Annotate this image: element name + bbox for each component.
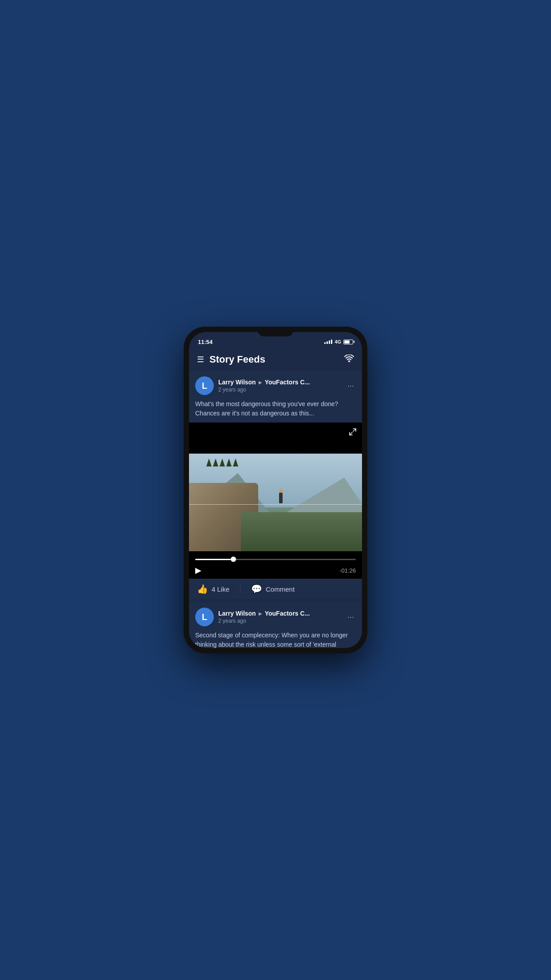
battery-indicator xyxy=(343,340,353,344)
trees xyxy=(206,458,238,466)
video-container[interactable]: ▶ -01:26 xyxy=(189,423,362,579)
post-arrow-icon-2: ▶ xyxy=(259,611,262,616)
tree xyxy=(220,458,225,466)
post-header-2: L Larry Wilson ▶ YouFactors C... 2 years… xyxy=(189,602,362,631)
post-more-button[interactable]: ··· xyxy=(346,379,356,392)
post-card-2: L Larry Wilson ▶ YouFactors C... 2 years… xyxy=(189,602,362,648)
signal-bars xyxy=(324,340,332,344)
feed-content: L Larry Wilson ▶ YouFactors C... 2 years… xyxy=(189,371,362,648)
menu-icon[interactable]: ☰ xyxy=(197,355,204,364)
post-header-left: L Larry Wilson ▶ YouFactors C... 2 years… xyxy=(195,376,310,395)
tree xyxy=(233,458,238,466)
reactions-bar: 👍 4 Like 💬 Comment xyxy=(189,579,362,599)
tree xyxy=(213,458,218,466)
video-thumbnail[interactable] xyxy=(189,454,362,551)
person-head xyxy=(279,489,283,493)
battery-fill xyxy=(344,340,350,344)
comment-button[interactable]: 💬 Comment xyxy=(251,584,295,594)
reaction-divider xyxy=(240,585,240,593)
header-left: ☰ Story Feeds xyxy=(197,354,265,365)
svg-point-0 xyxy=(348,360,350,362)
post-time-2: 2 years ago xyxy=(218,618,310,624)
post-author-name-2: Larry Wilson xyxy=(218,610,256,617)
post-header-left-2: L Larry Wilson ▶ YouFactors C... 2 years… xyxy=(195,608,310,626)
post-meta-2: Larry Wilson ▶ YouFactors C... 2 years a… xyxy=(218,610,310,624)
post-author-name: Larry Wilson xyxy=(218,379,256,386)
progress-track[interactable] xyxy=(195,559,356,560)
post-page-name: YouFactors C... xyxy=(265,379,310,386)
app-title: Story Feeds xyxy=(209,354,265,365)
expand-icon[interactable] xyxy=(349,428,357,438)
tree xyxy=(206,458,212,466)
phone-notch xyxy=(258,327,293,336)
tree xyxy=(226,458,232,466)
signal-bar-4 xyxy=(331,340,332,344)
avatar-2: L xyxy=(195,608,214,626)
valley xyxy=(241,512,362,551)
comment-label: Comment xyxy=(266,585,295,593)
post-author-row-2: Larry Wilson ▶ YouFactors C... xyxy=(218,610,310,617)
video-controls: ▶ -01:26 xyxy=(189,551,362,579)
phone-screen: 11:54 4G ☰ Story Feeds xyxy=(189,332,362,648)
network-indicator: 4G xyxy=(335,339,341,344)
mountain-scene xyxy=(189,454,362,551)
post-time: 2 years ago xyxy=(218,387,310,393)
status-icons: 4G xyxy=(324,339,353,344)
signal-bar-2 xyxy=(327,341,328,344)
mountain-right xyxy=(278,478,362,518)
app-header: ☰ Story Feeds xyxy=(189,348,362,371)
progress-fill xyxy=(195,559,231,560)
video-black-top xyxy=(189,423,362,454)
time-remaining: -01:26 xyxy=(339,567,356,574)
like-icon: 👍 xyxy=(197,584,208,594)
post-meta: Larry Wilson ▶ YouFactors C... 2 years a… xyxy=(218,379,310,393)
tightrope xyxy=(189,504,362,505)
progress-thumb[interactable] xyxy=(231,557,236,562)
avatar: L xyxy=(195,376,214,395)
post-page-name-2: YouFactors C... xyxy=(265,610,310,617)
progress-bar-container[interactable] xyxy=(195,555,356,564)
play-button[interactable]: ▶ xyxy=(195,565,201,575)
post-author-row: Larry Wilson ▶ YouFactors C... xyxy=(218,379,310,386)
post-arrow-icon: ▶ xyxy=(259,380,262,385)
feed-cast-icon[interactable] xyxy=(344,355,354,365)
signal-bar-1 xyxy=(324,342,326,344)
post-text-2: Second stage of complecency: When you ar… xyxy=(189,631,362,648)
person-figure xyxy=(279,493,283,503)
playback-row: ▶ -01:26 xyxy=(195,565,356,575)
status-time: 11:54 xyxy=(198,339,213,345)
post-text: What's the most dangerous thing you've e… xyxy=(189,399,362,423)
comment-icon: 💬 xyxy=(251,584,262,594)
post-more-button-2[interactable]: ··· xyxy=(346,611,356,624)
post-header: L Larry Wilson ▶ YouFactors C... 2 years… xyxy=(189,371,362,399)
phone-device: 11:54 4G ☰ Story Feeds xyxy=(184,327,367,653)
signal-bar-3 xyxy=(329,340,330,344)
like-label: 4 Like xyxy=(212,585,229,593)
post-card: L Larry Wilson ▶ YouFactors C... 2 years… xyxy=(189,371,362,599)
like-button[interactable]: 👍 4 Like xyxy=(197,584,229,594)
